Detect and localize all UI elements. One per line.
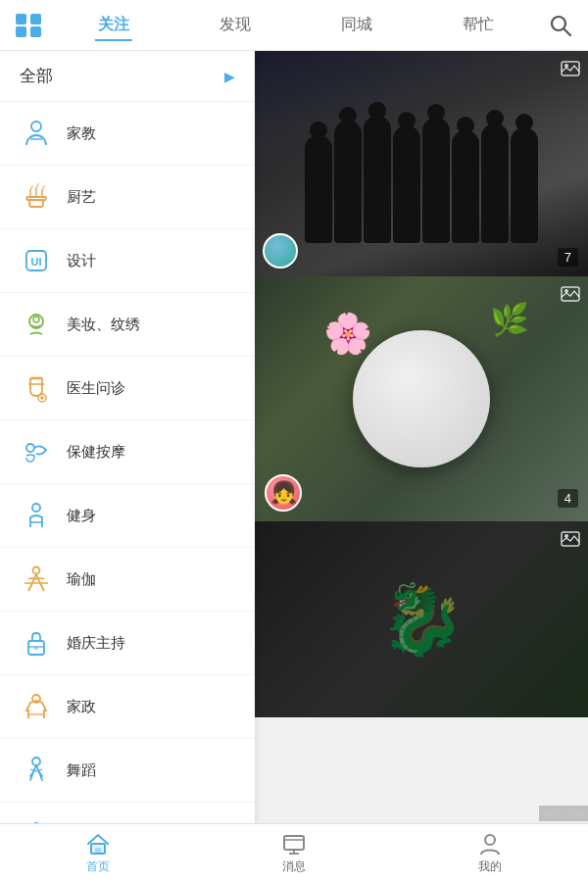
yujia-label: 瑜伽 [67,570,96,589]
sidebar-item-hunqing[interactable]: 婚庆主持 [0,612,255,675]
arrow-right-icon: ▶ [224,69,235,84]
svg-point-42 [485,835,495,845]
plate-scene: 🌸 🌿 [255,276,588,521]
housekeeping-icon [18,688,55,725]
card2-avatar: 👧 [265,474,302,512]
jiazheng-label: 家政 [67,698,96,716]
svg-point-2 [31,122,41,131]
baojian-label: 保健按摩 [67,443,125,462]
svg-point-0 [552,17,565,30]
image-type-icon-3 [561,529,580,549]
sidebar-item-baojian[interactable]: 保健按摩 [0,420,255,484]
sidebar-item-zhuli[interactable]: 助理 [0,803,255,823]
card3-photo: 🐉 [255,521,588,717]
svg-point-25 [34,647,38,651]
sidebar-item-sheji[interactable]: UI 设计 [0,229,255,293]
image-card-2[interactable]: 🌸 🌿 👧 4 [255,276,588,521]
sidebar-item-wudao[interactable]: 舞蹈 [0,739,255,803]
svg-line-1 [564,29,570,35]
main-content: 全部 ▶ 家教 [0,51,588,823]
design-icon: UI [18,242,55,279]
svg-text:UI: UI [31,256,42,268]
top-navigation: 关注 发现 同城 帮忙 [0,0,588,51]
doctor-icon [18,369,55,407]
yoga-icon [18,561,55,598]
massage-icon [18,433,55,470]
sidebar-item-yisheng[interactable]: 医生问诊 [0,357,255,420]
card1-photo [255,51,588,276]
image-type-icon-2 [561,284,580,304]
jianshen-label: 健身 [67,507,96,525]
tab-guanzhu[interactable]: 关注 [90,11,137,39]
girls-row [255,51,588,243]
plate [353,330,490,467]
svg-point-35 [564,534,568,538]
meizhuang-label: 美妆、纹绣 [67,316,140,334]
wudao-label: 舞蹈 [67,761,96,780]
sidebar-item-chuyi[interactable]: 厨艺 [0,166,255,229]
card1-avatar [263,233,298,269]
image-card-1[interactable]: 7 [255,51,588,276]
sidebar-item-jiajiao[interactable]: 家教 [0,102,255,166]
svg-point-31 [564,64,568,68]
right-content: 7 🌸 🌿 👧 [255,51,588,823]
beauty-icon [18,306,55,343]
svg-point-33 [564,289,568,293]
tab-bangzhu[interactable]: 帮忙 [455,11,502,39]
sidebar-item-all[interactable]: 全部 ▶ [0,51,255,102]
assistant-icon [18,815,55,823]
message-icon [281,831,307,857]
message-tab-label: 消息 [282,858,306,875]
tab-faxian[interactable]: 发现 [212,11,259,39]
tutor-icon [18,115,55,152]
sidebar: 全部 ▶ 家教 [0,51,255,823]
dragon-scene: 🐉 [255,521,588,717]
search-icon[interactable] [549,14,572,37]
wedding-icon [18,624,55,662]
hunqing-label: 婚庆主持 [67,634,125,653]
tab-tongcheng[interactable]: 同城 [333,11,380,39]
nav-tabs: 关注 发现 同城 帮忙 [53,11,539,39]
flower-deco-2: 🌿 [490,301,529,338]
svg-point-28 [32,758,40,765]
chuyi-label: 厨艺 [67,188,96,207]
flower-deco: 🌸 [323,311,372,357]
svg-point-19 [32,504,40,512]
fitness-icon [18,497,55,534]
card2-badge: 4 [558,489,578,508]
svg-point-18 [26,444,34,452]
watermark: oc6.com [539,806,588,821]
bottom-tab-profile[interactable]: 我的 [458,827,522,879]
sidebar-item-meizhuang[interactable]: 美妆、纹绣 [0,293,255,357]
profile-icon [477,831,503,857]
home-icon [85,831,111,857]
image-card-3[interactable]: 🐉 [255,521,588,717]
profile-tab-label: 我的 [478,858,502,875]
svg-rect-38 [284,836,304,850]
card1-badge: 7 [558,248,578,267]
sidebar-all-label: 全部 [20,65,53,87]
image-type-icon [561,59,580,78]
jiajiao-label: 家教 [67,124,96,143]
sidebar-item-jiazheng[interactable]: 家政 [0,675,255,739]
card2-photo: 🌸 🌿 [255,276,588,521]
bottom-tab-home[interactable]: 首页 [66,827,130,879]
dance-icon [18,752,55,789]
svg-point-21 [33,567,40,574]
svg-point-12 [33,317,39,322]
home-tab-label: 首页 [86,858,110,875]
sidebar-item-jianshen[interactable]: 健身 [0,484,255,548]
svg-rect-5 [29,200,43,207]
grid-menu-icon[interactable] [16,14,43,37]
sidebar-item-yujia[interactable]: 瑜伽 [0,548,255,612]
bottom-tab-bar: 首页 消息 我的 [0,823,588,882]
sheji-label: 设计 [67,252,96,270]
bottom-tab-message[interactable]: 消息 [262,827,326,879]
yisheng-label: 医生问诊 [67,379,125,398]
cook-icon [18,178,55,216]
svg-rect-37 [95,848,101,854]
